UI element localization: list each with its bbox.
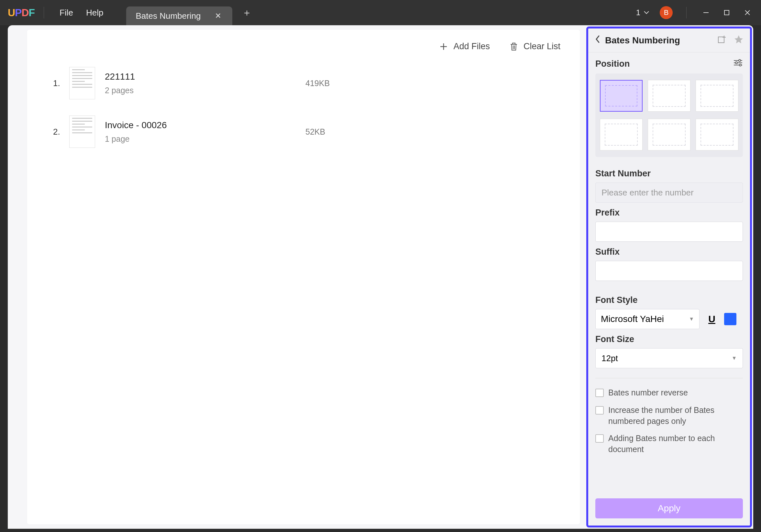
position-bottom-center[interactable]	[648, 119, 690, 150]
account-dropdown[interactable]: 1	[630, 5, 655, 21]
file-info: 221111 2 pages	[105, 72, 266, 95]
minimize-button[interactable]	[696, 5, 716, 21]
position-bottom-left[interactable]	[600, 119, 643, 150]
add-files-label: Add Files	[453, 41, 490, 51]
bates-panel: Bates Numbering Position	[586, 27, 752, 527]
clear-list-button[interactable]: Clear List	[509, 41, 560, 51]
tab-close-button[interactable]: ✕	[213, 11, 223, 21]
favorite-icon[interactable]	[734, 34, 743, 46]
suffix-input[interactable]	[595, 261, 743, 281]
checkbox-reverse-label: Bates number reverse	[608, 387, 688, 398]
checkbox-each-document[interactable]	[595, 434, 604, 443]
file-list-area: Add Files Clear List 1. 221111 2 pages 4…	[27, 30, 580, 524]
start-number-input[interactable]	[595, 183, 743, 203]
font-family-value: Microsoft YaHei	[601, 314, 664, 324]
suffix-label: Suffix	[595, 247, 743, 257]
file-row[interactable]: 2. Invoice - 00026 1 page 52KB	[40, 110, 567, 158]
dropdown-arrow-icon: ▼	[732, 355, 737, 361]
minimize-icon	[703, 9, 709, 16]
underline-button[interactable]: U	[706, 314, 718, 325]
checkbox-reverse-row[interactable]: Bates number reverse	[595, 384, 743, 402]
logo-letter-u: U	[8, 7, 15, 19]
position-top-left[interactable]	[600, 80, 643, 112]
tab-bates-numbering[interactable]: Bates Numbering ✕	[126, 7, 233, 25]
position-top-right[interactable]	[696, 80, 738, 112]
font-size-label: Font Size	[595, 334, 743, 344]
svg-rect-6	[718, 37, 724, 43]
font-size-value: 12pt	[602, 353, 618, 363]
app-body: Add Files Clear List 1. 221111 2 pages 4…	[8, 25, 753, 529]
template-icon[interactable]	[717, 34, 727, 46]
app-logo: UPDF	[8, 7, 34, 19]
checkbox-numbered-only-row[interactable]: Increase the number of Bates numbered pa…	[595, 402, 743, 430]
panel-body: Position	[588, 52, 750, 494]
panel-back-button[interactable]	[595, 34, 601, 46]
font-style-label: Font Style	[595, 295, 743, 305]
close-icon	[744, 9, 751, 16]
position-grid	[595, 74, 743, 157]
position-top-center[interactable]	[648, 80, 690, 112]
file-toolbar: Add Files Clear List	[40, 39, 567, 61]
maximize-button[interactable]	[716, 5, 737, 21]
star-icon	[734, 34, 743, 44]
checkbox-each-document-row[interactable]: Adding Bates number to each document	[595, 430, 743, 458]
font-style-row: Microsoft YaHei ▼ U	[595, 309, 743, 329]
checkbox-each-document-label: Adding Bates number to each document	[608, 433, 743, 455]
logo-letter-p: P	[15, 7, 21, 19]
account-dropdown-label: 1	[636, 8, 640, 17]
sliders-icon	[733, 59, 743, 67]
close-window-button[interactable]	[737, 5, 758, 21]
svg-point-12	[735, 62, 737, 64]
checkbox-numbered-only-label: Increase the number of Bates numbered pa…	[608, 405, 743, 427]
file-pages: 2 pages	[105, 86, 266, 95]
separator	[44, 7, 44, 19]
font-color-swatch[interactable]	[724, 313, 736, 325]
file-name: Invoice - 00026	[105, 120, 266, 130]
clear-list-label: Clear List	[523, 41, 560, 51]
separator	[686, 7, 686, 19]
file-thumbnail	[69, 116, 95, 148]
checkbox-reverse[interactable]	[595, 389, 604, 397]
add-files-button[interactable]: Add Files	[439, 41, 490, 51]
position-settings-button[interactable]	[733, 59, 743, 69]
panel-footer: Apply	[588, 494, 750, 525]
menu-help[interactable]: Help	[80, 5, 110, 21]
menu-file[interactable]: File	[53, 5, 80, 21]
panel-header: Bates Numbering	[588, 29, 750, 52]
titlebar-right: 1 B	[630, 5, 758, 21]
divider	[595, 378, 743, 378]
chevron-left-icon	[595, 34, 601, 44]
position-bottom-right[interactable]	[696, 119, 738, 150]
file-row[interactable]: 1. 221111 2 pages 419KB	[40, 61, 567, 110]
prefix-input[interactable]	[595, 222, 743, 242]
panel-title: Bates Numbering	[605, 35, 717, 46]
file-name: 221111	[105, 72, 266, 82]
logo-letter-f: F	[29, 7, 35, 19]
position-label: Position	[595, 59, 630, 69]
file-index: 1.	[53, 78, 66, 89]
trash-icon	[509, 42, 518, 51]
prefix-label: Prefix	[595, 208, 743, 218]
dropdown-arrow-icon: ▼	[689, 316, 694, 322]
new-tab-button[interactable]: ＋	[242, 6, 252, 20]
file-index: 2.	[53, 127, 66, 137]
file-thumbnail	[69, 67, 95, 99]
user-avatar[interactable]: B	[660, 6, 673, 19]
chevron-down-icon	[644, 11, 649, 15]
checkbox-numbered-only[interactable]	[595, 406, 604, 415]
file-size: 52KB	[306, 127, 370, 137]
font-size-select[interactable]: 12pt ▼	[595, 348, 743, 368]
svg-point-10	[739, 60, 740, 61]
template-add-icon	[717, 34, 727, 44]
start-number-label: Start Number	[595, 169, 743, 179]
font-family-select[interactable]: Microsoft YaHei ▼	[595, 309, 700, 329]
maximize-icon	[724, 10, 730, 16]
svg-rect-1	[725, 10, 729, 15]
tab-label: Bates Numbering	[136, 11, 201, 21]
file-pages: 1 page	[105, 134, 266, 144]
titlebar: UPDF File Help Bates Numbering ✕ ＋ 1 B	[0, 0, 761, 25]
logo-letter-d: D	[21, 7, 29, 19]
file-info: Invoice - 00026 1 page	[105, 120, 266, 144]
apply-button[interactable]: Apply	[595, 498, 743, 518]
svg-point-14	[739, 64, 741, 66]
